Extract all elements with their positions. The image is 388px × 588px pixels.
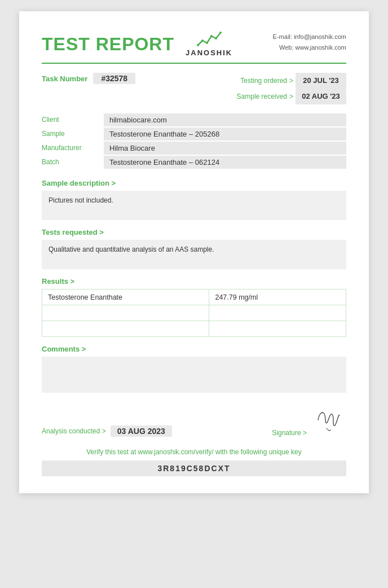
result-name-cell	[42, 321, 209, 337]
client-label: Client	[42, 113, 104, 126]
task-number: #32578	[93, 73, 135, 84]
header-left: TEST REPORT JANOSHIK	[42, 32, 232, 57]
client-row: Client hilmabiocare.com	[42, 113, 346, 126]
svg-point-1	[201, 40, 204, 42]
verify-key: 3R819C58DCXT	[42, 460, 346, 476]
tests-requested-content: Qualitative and quantitative analysis of…	[42, 240, 346, 269]
contact-email: E-mail: info@janoshik.com	[273, 32, 346, 42]
info-grid: Client hilmabiocare.com Sample Testoster…	[42, 113, 346, 169]
result-value-cell: 247.79 mg/ml	[209, 289, 346, 305]
signature-icon	[312, 403, 346, 437]
sample-received-value: 02 AUG '23	[296, 89, 346, 104]
svg-point-2	[206, 42, 208, 44]
header-divider	[42, 63, 346, 64]
analysis-label: Analysis conducted >	[42, 427, 106, 435]
report-container: TEST REPORT JANOSHIK E-mail: info@janosh…	[19, 11, 369, 493]
manufacturer-label: Manufacturer	[42, 142, 104, 155]
sample-received-label: Sample received	[237, 90, 287, 103]
sample-description-section: Sample description > Pictures not includ…	[42, 179, 346, 220]
logo-chart-icon	[197, 32, 222, 47]
sample-label: Sample	[42, 128, 104, 141]
sample-row: Sample Testosterone Enanthate – 205268	[42, 128, 346, 141]
sample-description-label: Sample description >	[42, 179, 346, 187]
report-header: TEST REPORT JANOSHIK E-mail: info@janosh…	[42, 32, 346, 57]
task-right: Testing ordered > 20 JUL '23 Sample rece…	[237, 73, 346, 104]
signature-area: Signature >	[272, 403, 346, 437]
result-value-cell	[209, 321, 346, 337]
analysis-footer: Analysis conducted > 03 AUG 2023 Signatu…	[42, 403, 346, 437]
testing-ordered-label: Testing ordered	[240, 74, 287, 87]
batch-label: Batch	[42, 156, 104, 169]
logo-name: JANOSHIK	[186, 49, 232, 57]
sample-received-arrow: >	[289, 90, 293, 103]
results-row	[42, 321, 346, 337]
results-row	[42, 305, 346, 321]
result-value-cell	[209, 305, 346, 321]
task-row: Task Number #32578 Testing ordered > 20 …	[42, 73, 346, 104]
results-section: Results > Testosterone Enanthate247.79 m…	[42, 277, 346, 337]
sample-description-content: Pictures not included.	[42, 191, 346, 220]
tests-requested-label: Tests requested >	[42, 228, 346, 236]
verify-section: Verify this test at www.janoshik.com/ver…	[42, 448, 346, 456]
result-name-cell: Testosterone Enanthate	[42, 289, 209, 305]
contact-info: E-mail: info@janoshik.com Web: www.janos…	[273, 32, 346, 52]
batch-value: Testosterone Enanthate – 062124	[104, 156, 346, 169]
analysis-left: Analysis conducted > 03 AUG 2023	[42, 425, 172, 437]
svg-point-3	[210, 35, 213, 37]
comments-label: Comments >	[42, 345, 346, 353]
sample-received-row: Sample received > 02 AUG '23	[237, 89, 346, 104]
svg-point-5	[219, 32, 222, 34]
manufacturer-value: Hilma Biocare	[104, 142, 346, 155]
batch-row: Batch Testosterone Enanthate – 062124	[42, 156, 346, 169]
contact-web: Web: www.janoshik.com	[273, 42, 346, 53]
tests-requested-section: Tests requested > Qualitative and quanti…	[42, 228, 346, 269]
testing-ordered-value: 20 JUL '23	[296, 73, 346, 89]
results-table: Testosterone Enanthate247.79 mg/ml	[42, 289, 346, 337]
sample-value: Testosterone Enanthate – 205268	[104, 128, 346, 141]
testing-ordered-arrow: >	[289, 74, 293, 87]
analysis-date: 03 AUG 2023	[111, 425, 172, 437]
svg-point-4	[215, 37, 217, 40]
results-label: Results >	[42, 277, 346, 286]
task-left: Task Number #32578	[42, 73, 135, 84]
comments-content	[42, 357, 346, 393]
comments-section: Comments >	[42, 345, 346, 393]
testing-ordered-row: Testing ordered > 20 JUL '23	[237, 73, 346, 89]
task-label: Task Number	[42, 74, 87, 83]
report-title: TEST REPORT	[42, 34, 174, 55]
result-name-cell	[42, 305, 209, 321]
results-row: Testosterone Enanthate247.79 mg/ml	[42, 289, 346, 305]
verify-text: Verify this test at www.janoshik.com/ver…	[86, 448, 302, 456]
signature-label: Signature >	[272, 429, 307, 437]
manufacturer-row: Manufacturer Hilma Biocare	[42, 142, 346, 155]
client-value: hilmabiocare.com	[104, 113, 346, 126]
svg-point-0	[197, 44, 199, 46]
logo-area: JANOSHIK	[186, 32, 232, 57]
